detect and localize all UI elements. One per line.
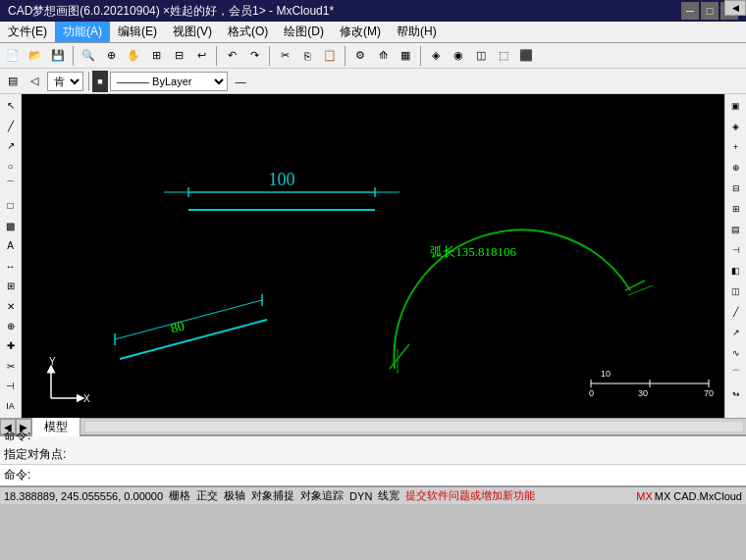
status-polar[interactable]: 极轴: [224, 488, 245, 503]
menu-view[interactable]: 视图(V): [165, 22, 220, 42]
tool-extra1[interactable]: ◈: [425, 45, 447, 67]
tool-cut[interactable]: ✂: [274, 45, 295, 67]
tool-block[interactable]: ⊞: [1, 277, 21, 295]
svg-text:Y: Y: [49, 356, 56, 367]
tool-copy[interactable]: ⎘: [296, 45, 318, 67]
command-input[interactable]: [34, 468, 746, 484]
right-tool-3[interactable]: +: [726, 137, 746, 157]
menu-gongeng[interactable]: 功能(A): [55, 22, 110, 42]
menu-file[interactable]: 文件(E): [0, 22, 55, 42]
right-tool-8[interactable]: ⊣: [726, 240, 746, 260]
tool-extra5[interactable]: ⬛: [515, 45, 537, 67]
tool-zoom-extents[interactable]: ⊟: [168, 45, 189, 67]
tool-properties[interactable]: ⚙: [349, 45, 371, 67]
svg-text:70: 70: [704, 388, 714, 398]
right-tool-2[interactable]: ◈: [726, 117, 746, 136]
right-tool-14[interactable]: ⌒: [726, 364, 746, 383]
lineweight-icon[interactable]: —: [230, 71, 251, 92]
menu-help[interactable]: 帮助(H): [389, 22, 445, 42]
tool-zoom-all[interactable]: ⊞: [145, 45, 167, 67]
right-tool-6[interactable]: ⊞: [726, 199, 746, 219]
right-tool-13[interactable]: ∿: [726, 343, 746, 363]
tool-move[interactable]: ✚: [1, 336, 21, 355]
tool-extend[interactable]: ⊣: [1, 377, 21, 395]
tool-undo[interactable]: ↶: [221, 45, 242, 67]
right-tool-7[interactable]: ▤: [726, 220, 746, 239]
tool-extra2[interactable]: ◉: [448, 45, 469, 67]
tool-layer-prev[interactable]: ◁: [24, 71, 45, 92]
menu-draw[interactable]: 绘图(D): [276, 22, 332, 42]
right-tool-12[interactable]: ↗: [726, 323, 746, 342]
tool-line[interactable]: ╱: [1, 116, 21, 134]
linetype-dropdown[interactable]: ——— ByLayer: [110, 72, 228, 91]
right-tool-1[interactable]: ▣: [726, 96, 746, 116]
tool-copy-obj[interactable]: ⊕: [1, 317, 21, 335]
menu-format[interactable]: 格式(O): [220, 22, 276, 42]
status-grid[interactable]: 栅格: [169, 488, 190, 503]
color-icon[interactable]: ■: [92, 71, 108, 92]
tool-open[interactable]: 📂: [25, 45, 46, 67]
tool-select[interactable]: ↖: [1, 96, 21, 115]
tool-hatch[interactable]: ▩: [1, 217, 21, 235]
svg-line-13: [625, 280, 645, 290]
tool-redo[interactable]: ↷: [243, 45, 265, 67]
sep-5: [420, 46, 421, 66]
status-lw[interactable]: 线宽: [378, 488, 400, 503]
menu-modify[interactable]: 修改(M): [332, 22, 389, 42]
tool-dim[interactable]: ↔: [1, 257, 21, 276]
command-line-2: 指定对角点:: [0, 445, 746, 464]
tool-zoom-window[interactable]: 🔍: [78, 45, 99, 67]
svg-text:30: 30: [638, 388, 648, 398]
right-tool-9[interactable]: ◧: [726, 261, 746, 280]
tool-save[interactable]: 💾: [47, 45, 69, 67]
tool-zoom-prev[interactable]: ↩: [190, 45, 212, 67]
tool-match[interactable]: ⟰: [372, 45, 394, 67]
tool-extra4[interactable]: ⬚: [493, 45, 514, 67]
svg-line-12: [390, 344, 409, 369]
tool-ia[interactable]: IA: [1, 397, 21, 416]
tool-trim[interactable]: ✂: [1, 357, 21, 376]
status-otrack[interactable]: 对象追踪: [300, 488, 344, 503]
status-feedback-link[interactable]: 提交软件问题或增加新功能: [405, 488, 535, 503]
command-line-1: 命令:: [0, 427, 746, 445]
workspace: ↖ ╱ ↗ ○ ⌒ □ ▩ A ↔ ⊞ ✕ ⊕ ✚ ✂ ⊣ IA 100: [0, 94, 746, 418]
tool-text[interactable]: A: [1, 236, 21, 255]
status-ortho[interactable]: 正交: [196, 488, 218, 503]
command-area: 命令: 指定对角点: 命令:: [0, 435, 746, 486]
tool-arc[interactable]: ⌒: [1, 177, 21, 195]
tool-pline[interactable]: ↗: [1, 136, 21, 155]
command-input-row: 命令:: [0, 464, 746, 485]
toolbar-row-1: 📄 📂 💾 🔍 ⊕ ✋ ⊞ ⊟ ↩ ↶ ↷ ✂ ⎘ 📋 ⚙ ⟰ ▦ ◈ ◉ ◫ …: [0, 43, 746, 69]
sep-1: [73, 46, 74, 66]
panel-collapse-btn[interactable]: ◀: [724, 0, 746, 16]
right-tool-10[interactable]: ◫: [726, 281, 746, 301]
tool-rect[interactable]: □: [1, 196, 21, 215]
tool-new[interactable]: 📄: [2, 45, 24, 67]
right-tool-11[interactable]: ╱: [726, 302, 746, 322]
status-osnap[interactable]: 对象捕捉: [251, 488, 294, 503]
tool-layer[interactable]: ▦: [395, 45, 416, 67]
menu-edit[interactable]: 编辑(E): [110, 22, 165, 42]
svg-line-8: [115, 300, 262, 339]
right-tool-4[interactable]: ⊕: [726, 158, 746, 178]
tool-circle[interactable]: ○: [1, 156, 21, 175]
status-bar: 18.388889, 245.055556, 0.00000 栅格 正交 极轴 …: [0, 486, 746, 504]
tool-extra3[interactable]: ◫: [470, 45, 492, 67]
tool-erase[interactable]: ✕: [1, 296, 21, 315]
maximize-button[interactable]: □: [701, 2, 719, 20]
tool-paste[interactable]: 📋: [319, 45, 341, 67]
left-toolbar: ↖ ╱ ↗ ○ ⌒ □ ▩ A ↔ ⊞ ✕ ⊕ ✚ ✂ ⊣ IA: [0, 94, 22, 418]
status-dyn[interactable]: DYN: [349, 490, 372, 502]
sep-2: [216, 46, 217, 66]
svg-text:10: 10: [601, 369, 611, 379]
tool-layer-mgr[interactable]: ▤: [2, 71, 24, 92]
right-tool-5[interactable]: ⊟: [726, 178, 746, 198]
layer-dropdown[interactable]: 肯: [47, 72, 83, 91]
cmd-text-2: 指定对角点:: [4, 447, 66, 461]
svg-text:弧长135.818106: 弧长135.818106: [430, 244, 516, 259]
tool-zoom-realtime[interactable]: ⊕: [100, 45, 122, 67]
sep-6: [88, 72, 89, 91]
right-tool-15[interactable]: ↬: [726, 384, 746, 404]
tool-pan[interactable]: ✋: [123, 45, 144, 67]
minimize-button[interactable]: ─: [681, 2, 699, 20]
